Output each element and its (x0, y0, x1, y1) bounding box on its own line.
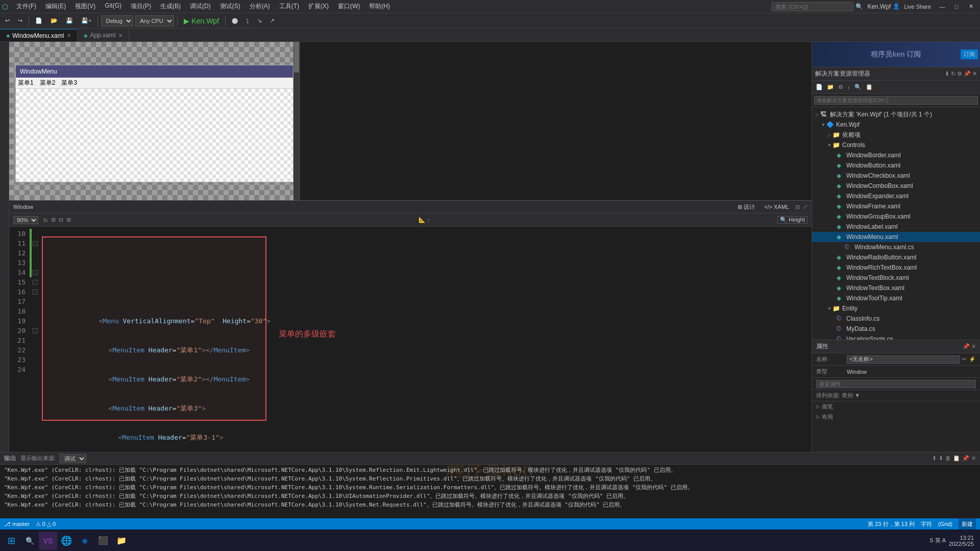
subscribe-btn[interactable]: 订阅 (961, 50, 978, 59)
live-share-btn[interactable]: Live Share (904, 4, 931, 10)
file-windowtooltip[interactable]: ◈ WindowToolTip.xaml (812, 293, 980, 303)
xaml-btn[interactable]: </> XAML (761, 203, 792, 211)
file-classinfo[interactable]: © ClassInfo.cs (812, 314, 980, 324)
new-file-btn[interactable]: 📄 (32, 16, 45, 25)
file-windowcombobox[interactable]: ◈ WindowComboBox.xaml (812, 181, 980, 191)
file-windowtextblock[interactable]: ◈ WindowTextBlock.xaml (812, 273, 980, 283)
controls-folder[interactable]: ▼ 📁 Controls (812, 140, 980, 150)
file-windowcheckbox[interactable]: ◈ WindowCheckbox.xaml (812, 171, 980, 181)
collapse-all-icon[interactable]: ⬇ (945, 70, 949, 77)
breakpoint-btn[interactable]: ⬤ (229, 16, 241, 25)
file-windowmenu[interactable]: ◈ WindowMenu.xaml (812, 232, 980, 242)
config-dropdown[interactable]: Debug (101, 15, 133, 27)
project-node[interactable]: ▼ 🔷 Ken.Wpf (812, 119, 980, 130)
menu-git[interactable]: Git(G) (101, 1, 126, 12)
sol-toolbar-icon5[interactable]: 🔍 (853, 84, 863, 90)
name-input[interactable] (847, 355, 960, 364)
maximize-btn[interactable]: □ (949, 0, 964, 13)
output-icon1[interactable]: ⬆ (932, 455, 937, 462)
menu-project[interactable]: 项目(P) (127, 1, 155, 12)
menu-analyze[interactable]: 分析(A) (246, 1, 274, 12)
file-windowbutton[interactable]: ◈ WindowButton.xaml (812, 160, 980, 171)
output-pin-icon[interactable]: 📌 (962, 455, 969, 462)
prop-pin-icon[interactable]: 📌 (963, 343, 970, 350)
taskbar-folder[interactable]: 📁 (112, 532, 131, 550)
close-btn[interactable]: ✕ (964, 0, 978, 13)
file-vacationspots[interactable]: © VacationSpots.cs (812, 334, 980, 340)
tab-close-btn[interactable]: ✕ (67, 33, 71, 38)
menu-file[interactable]: 文件(F) (12, 1, 40, 12)
output-icon4[interactable]: 📋 (953, 455, 960, 462)
pin-icon[interactable]: 📌 (964, 70, 971, 77)
file-windowradio[interactable]: ◈ WindowRadioButton.xaml (812, 252, 980, 262)
output-icon3[interactable]: 🗑 (945, 455, 951, 462)
file-windowborder[interactable]: ◈ WindowBorder.xaml (812, 150, 980, 160)
name-edit-icon[interactable]: ✏ (962, 356, 967, 363)
file-windowtextbox[interactable]: ◈ WindowTextBox.xaml (812, 283, 980, 293)
save-btn[interactable]: 💾 (63, 16, 76, 25)
v-scrollbar[interactable] (293, 42, 300, 200)
search-input[interactable] (772, 2, 853, 11)
menu-edit[interactable]: 编辑(E) (41, 1, 70, 12)
menu-view[interactable]: 视图(V) (71, 1, 100, 12)
account-icon[interactable]: 👤 (893, 3, 900, 10)
open-btn[interactable]: 📂 (47, 16, 61, 25)
sol-toolbar-icon4[interactable]: ↕ (846, 84, 852, 90)
design-btn[interactable]: ⊞ 设计 (734, 202, 758, 212)
taskbar-vs[interactable]: VS (39, 532, 57, 550)
tab-app[interactable]: ◈ App.xaml ✕ (78, 29, 129, 41)
sol-toolbar-icon3[interactable]: ⚙ (837, 84, 845, 90)
undo-btn[interactable]: ↩ (2, 16, 13, 25)
entity-folder[interactable]: ▼ 📁 Entity (812, 303, 980, 314)
taskbar-chrome[interactable]: 🌐 (57, 532, 76, 550)
step-out-btn[interactable]: ↗ (267, 16, 278, 25)
menu-tools[interactable]: 工具(T) (275, 1, 303, 12)
taskbar-search[interactable]: 🔍 (20, 532, 39, 550)
output-source-dropdown[interactable]: 调试 (60, 454, 86, 463)
tab-windowmenu[interactable]: ◈ WindowMenu.xaml ✕ (0, 29, 78, 41)
file-windowrichtextbox[interactable]: ◈ WindowRichTextBox.xaml (812, 262, 980, 273)
code-content[interactable]: <Menu VerticalAlignment="Top" Height="30… (39, 227, 812, 452)
menu-test[interactable]: 测试(S) (216, 1, 244, 12)
sol-toolbar-icon6[interactable]: 📋 (864, 84, 874, 90)
step-into-btn[interactable]: ↘ (254, 16, 265, 25)
run-button[interactable]: ▶ Ken.Wpf (181, 17, 222, 25)
close-panel-icon[interactable]: ✕ (972, 70, 977, 77)
save-all-btn[interactable]: 💾+ (78, 16, 94, 25)
filter-icon[interactable]: ⚙ (957, 70, 962, 77)
layout-category[interactable]: ▷ 布局 (812, 412, 980, 422)
prop-close-icon[interactable]: ✕ (971, 343, 976, 350)
minimize-btn[interactable]: — (935, 0, 949, 13)
prop-search-input[interactable] (816, 380, 976, 388)
zoom-dropdown[interactable]: 90% (13, 216, 38, 224)
brush-category[interactable]: ▷ 画笔 (812, 401, 980, 412)
file-windowmenu-cs[interactable]: © WindowMenu.xaml.cs (812, 242, 980, 252)
sol-toolbar-icon1[interactable]: 📄 (814, 84, 824, 90)
redo-btn[interactable]: ↪ (15, 16, 26, 25)
taskbar-vscode[interactable]: ◈ (76, 532, 94, 550)
menu-build[interactable]: 生成(B) (156, 1, 185, 12)
platform-dropdown[interactable]: Any CPU (135, 15, 174, 27)
menu-debug[interactable]: 调试(D) (186, 1, 215, 12)
taskbar-terminal[interactable]: ⬛ (94, 532, 112, 550)
code-scroll[interactable]: 10 11 12 13 14 15 16 17 18 19 20 21 22 2… (9, 227, 812, 452)
file-windowexpander[interactable]: ◈ WindowExpander.xaml (812, 191, 980, 201)
name-action-icon[interactable]: ⚡ (969, 356, 976, 363)
menu-window[interactable]: 窗口(W) (334, 1, 364, 12)
menu-extensions[interactable]: 扩展(X) (304, 1, 333, 12)
new-btn[interactable]: 新建 (959, 518, 976, 530)
step-over-btn[interactable]: ⤵ (243, 17, 252, 25)
file-windowframe[interactable]: ◈ WindowFrame.xaml (812, 201, 980, 211)
sol-toolbar-icon2[interactable]: 📁 (825, 84, 836, 90)
file-windowgroupbox[interactable]: ◈ WindowGroupBox.xaml (812, 211, 980, 222)
dependencies-node[interactable]: ▷ 📁 依赖项 (812, 130, 980, 140)
file-mydata[interactable]: © MyData.cs (812, 324, 980, 334)
height-field[interactable]: 🔍 Height (777, 216, 807, 224)
output-close-icon[interactable]: ✕ (971, 455, 976, 462)
tab-close-btn2[interactable]: ✕ (118, 33, 122, 38)
output-icon2[interactable]: ⬇ (939, 455, 943, 462)
taskbar-start[interactable]: ⊞ (2, 532, 20, 550)
solution-root[interactable]: ▷ 🏗 解决方案 'Ken.Wpf' (1 个项目/共 1 个) (812, 109, 980, 119)
refresh-icon[interactable]: ↻ (951, 70, 955, 77)
solution-search-input[interactable] (814, 96, 978, 105)
